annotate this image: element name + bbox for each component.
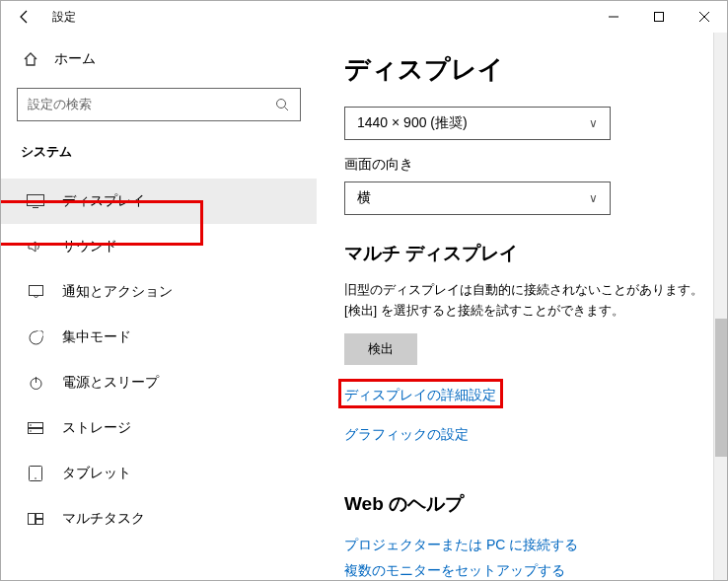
nav-power[interactable]: 電源とスリープ <box>17 360 301 405</box>
nav-multitask[interactable]: マルチタスク <box>17 496 301 542</box>
nav-label: 集中モード <box>62 328 131 346</box>
resolution-select[interactable]: 1440 × 900 (推奨) ∨ <box>344 107 611 140</box>
content-pane: ディスプレイ 1440 × 900 (推奨) ∨ 画面の向き 横 ∨ マルチ デ… <box>317 33 727 580</box>
nav-label: ディスプレイ <box>62 192 145 210</box>
svg-point-4 <box>277 99 286 108</box>
home-link[interactable]: ホーム <box>17 50 301 68</box>
titlebar: 設定 <box>1 1 727 33</box>
multitask-icon <box>27 513 44 525</box>
window-title: 設定 <box>52 9 76 26</box>
search-icon <box>275 98 290 112</box>
help-monitors-link[interactable]: 複数のモニターをセットアップする <box>344 562 719 580</box>
nav-label: 電源とスリープ <box>62 374 159 392</box>
orientation-label: 画面の向き <box>344 156 719 174</box>
nav-focus[interactable]: 集中モード <box>17 315 301 360</box>
close-button[interactable] <box>682 1 727 33</box>
nav-display[interactable]: ディスプレイ <box>1 179 317 224</box>
nav-label: タブレット <box>62 465 131 482</box>
graphics-settings-link[interactable]: グラフィックの設定 <box>344 426 469 444</box>
svg-rect-6 <box>28 195 44 206</box>
minimize-button[interactable] <box>591 1 636 33</box>
power-icon <box>27 376 44 391</box>
svg-line-5 <box>285 107 289 110</box>
maximize-button[interactable] <box>636 1 682 33</box>
orientation-select[interactable]: 横 ∨ <box>344 182 611 215</box>
search-input[interactable]: 設定の検索 <box>17 88 301 121</box>
advanced-display-link[interactable]: ディスプレイの詳細設定 <box>344 387 496 404</box>
resolution-value: 1440 × 900 (推奨) <box>357 114 468 132</box>
svg-rect-18 <box>36 514 43 519</box>
nav-tablet[interactable]: タブレット <box>17 451 301 496</box>
tablet-icon <box>27 466 44 481</box>
nav-label: サウンド <box>62 238 117 255</box>
detect-button[interactable]: 検出 <box>344 333 417 365</box>
chevron-down-icon: ∨ <box>589 116 598 130</box>
nav-label: ストレージ <box>62 419 131 437</box>
svg-rect-19 <box>36 520 43 525</box>
svg-rect-17 <box>29 514 36 525</box>
sidebar: ホーム 設定の検索 システム ディスプレイ サウンド 通知とアクション 集中モー… <box>1 33 317 580</box>
back-button[interactable] <box>9 1 40 33</box>
svg-point-14 <box>30 430 32 432</box>
search-placeholder: 設定の検索 <box>28 96 92 113</box>
help-projector-link[interactable]: プロジェクターまたは PC に接続する <box>344 537 578 554</box>
page-heading: ディスプレイ <box>344 52 719 87</box>
multi-display-heading: マルチ ディスプレイ <box>344 241 719 266</box>
nav-label: 通知とアクション <box>62 283 173 301</box>
focus-icon <box>27 330 44 345</box>
nav-label: マルチタスク <box>62 510 145 528</box>
svg-point-16 <box>35 477 36 479</box>
orientation-value: 横 <box>357 189 371 207</box>
nav-notifications[interactable]: 通知とアクション <box>17 269 301 315</box>
home-label: ホーム <box>54 50 96 68</box>
chevron-down-icon: ∨ <box>589 191 598 205</box>
storage-icon <box>27 422 44 434</box>
home-icon <box>23 51 38 67</box>
section-system: システム <box>17 143 301 161</box>
web-help-heading: Web のヘルプ <box>344 491 719 517</box>
multi-display-desc: 旧型のディスプレイは自動的に接続されないことがあります。[検出] を選択すると接… <box>344 280 719 322</box>
scrollbar-thumb[interactable] <box>715 319 727 457</box>
nav-storage[interactable]: ストレージ <box>17 405 301 451</box>
svg-rect-1 <box>655 13 664 22</box>
notifications-icon <box>27 285 44 299</box>
svg-rect-8 <box>29 286 42 296</box>
scrollbar[interactable] <box>713 33 727 580</box>
sound-icon <box>27 240 44 254</box>
display-icon <box>27 194 44 208</box>
nav-sound[interactable]: サウンド <box>17 224 301 269</box>
svg-point-13 <box>30 424 32 426</box>
